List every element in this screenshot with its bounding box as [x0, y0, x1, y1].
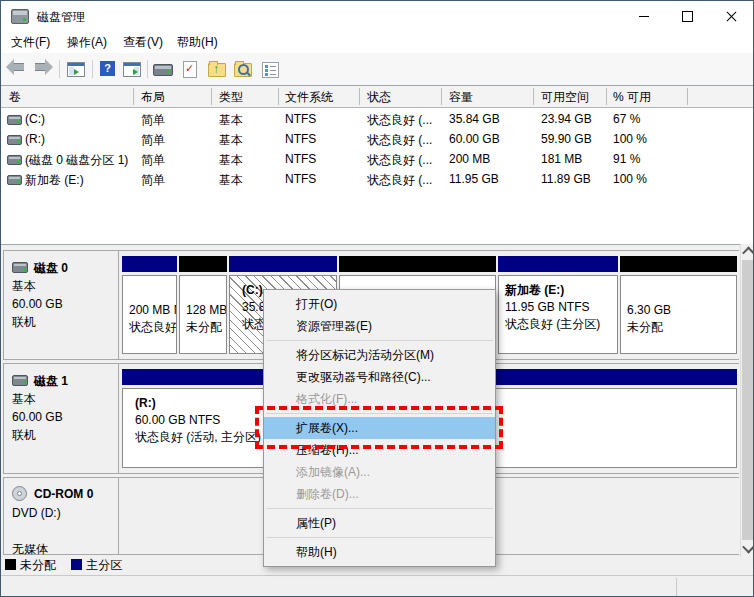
partition-strip-unallocated [620, 256, 737, 272]
show-console-tree-icon[interactable] [66, 59, 86, 79]
column-capacity[interactable]: 容量 [449, 89, 473, 106]
cell-status: 状态良好 (... [367, 112, 432, 129]
disk-1-header[interactable]: 磁盘 1 基本 60.00 GB 联机 [4, 364, 119, 473]
scroll-down-button[interactable] [741, 541, 754, 556]
menu-item-help[interactable]: 帮助(H) [264, 541, 495, 563]
window-title: 磁盘管理 [37, 9, 85, 26]
menu-help[interactable]: 帮助(H) [173, 33, 222, 51]
column-layout[interactable]: 布局 [141, 89, 165, 106]
volume-list-header: 卷 布局 类型 文件系统 状态 容量 可用空间 % 可用 [1, 86, 753, 108]
disk-icon [12, 262, 28, 273]
cell-type: 基本 [219, 172, 243, 189]
cell-capacity: 60.00 GB [449, 132, 500, 146]
menu-action[interactable]: 操作(A) [63, 33, 111, 51]
cell-volume: (C:) [25, 112, 45, 126]
disk-device-icon[interactable] [153, 59, 173, 79]
disk-management-window: 磁盘管理 文件(F) 操作(A) 查看(V) 帮助(H) ↑ 卷 布局 类型 文… [0, 0, 754, 597]
partition-label: 6.30 GB [627, 302, 736, 319]
chevron-up-icon [742, 247, 754, 260]
disk-1-status: 联机 [12, 426, 118, 444]
menu-item-mark-active[interactable]: 将分区标记为活动分区(M) [264, 344, 495, 366]
cell-fs: NTFS [285, 112, 316, 126]
legend-primary-swatch [71, 559, 82, 570]
partition-128mb-unallocated[interactable]: 128 MB 未分配 [179, 275, 227, 354]
title-bar: 磁盘管理 [1, 1, 753, 31]
app-icon [11, 9, 29, 24]
menu-item-delete-volume: 删除卷(D)... [264, 483, 495, 505]
column-type[interactable]: 类型 [219, 89, 243, 106]
scroll-up-button[interactable] [741, 244, 754, 259]
cell-pct: 100 % [613, 132, 647, 146]
cell-capacity: 200 MB [449, 152, 490, 166]
disk-0-status: 联机 [12, 313, 118, 331]
cell-fs: NTFS [285, 132, 316, 146]
vertical-scrollbar[interactable] [740, 244, 754, 557]
minimize-button[interactable] [621, 1, 666, 31]
cell-layout: 简单 [141, 112, 165, 129]
help-icon[interactable] [98, 59, 118, 79]
menu-separator [266, 508, 493, 509]
forward-icon[interactable] [33, 59, 53, 79]
menu-item-explorer[interactable]: 资源管理器(E) [264, 315, 495, 337]
table-row[interactable]: (R:) 简单 基本 NTFS 状态良好 (... 60.00 GB 59.90… [1, 129, 753, 149]
checklist-icon[interactable] [260, 59, 280, 79]
disk-icon [12, 375, 28, 386]
volume-icon [7, 155, 22, 165]
folder-up-icon[interactable]: ↑ [207, 59, 227, 79]
partition-status: 状态良好 [129, 319, 176, 336]
folder-search-icon[interactable] [233, 59, 253, 79]
cdrom-drive: DVD (D:) [12, 504, 118, 522]
partition-strip-primary [498, 256, 618, 272]
menu-view[interactable]: 查看(V) [119, 33, 167, 51]
disk-0-name: 磁盘 0 [34, 260, 68, 277]
cell-capacity: 35.84 GB [449, 112, 500, 126]
column-free[interactable]: 可用空间 [541, 89, 589, 106]
partition-label: 128 MB [186, 302, 226, 319]
cell-layout: 简单 [141, 132, 165, 149]
menu-item-change-letter[interactable]: 更改驱动器号和路径(C)... [264, 366, 495, 388]
partition-200mb[interactable]: 200 MB NTFS 状态良好 [122, 275, 177, 354]
chevron-down-icon [742, 541, 754, 554]
menu-item-properties[interactable]: 属性(P) [264, 512, 495, 534]
cdrom-header[interactable]: CD-ROM 0 DVD (D:) 无媒体 [4, 478, 119, 554]
back-icon[interactable] [7, 59, 27, 79]
cdrom-name: CD-ROM 0 [34, 487, 93, 501]
cell-type: 基本 [219, 152, 243, 169]
cell-pct: 100 % [613, 172, 647, 186]
partition-630gb-unallocated[interactable]: 6.30 GB 未分配 [620, 275, 737, 354]
cell-free: 59.90 GB [541, 132, 592, 146]
show-action-pane-icon[interactable] [122, 59, 142, 79]
scrollbar-thumb[interactable] [742, 260, 754, 540]
table-row[interactable]: 新加卷 (E:) 简单 基本 NTFS 状态良好 (... 11.95 GB 1… [1, 169, 753, 189]
partition-size: 11.95 GB NTFS [505, 299, 617, 316]
column-volume[interactable]: 卷 [9, 89, 21, 106]
column-pct[interactable]: % 可用 [613, 89, 651, 106]
table-row[interactable]: (磁盘 0 磁盘分区 1) 简单 基本 NTFS 状态良好 (... 200 M… [1, 149, 753, 169]
maximize-icon [682, 11, 693, 22]
cell-type: 基本 [219, 132, 243, 149]
cell-free: 181 MB [541, 152, 582, 166]
toolbar-separator [59, 60, 60, 78]
cell-status: 状态良好 (... [367, 172, 432, 189]
status-bar-divider [676, 578, 677, 596]
menu-file[interactable]: 文件(F) [7, 33, 54, 51]
column-status[interactable]: 状态 [367, 89, 391, 106]
disk-0-size: 60.00 GB [12, 295, 118, 313]
partition-e[interactable]: 新加卷 (E:) 11.95 GB NTFS 状态良好 (主分区) [498, 275, 618, 354]
check-document-icon[interactable] [180, 59, 200, 79]
maximize-button[interactable] [665, 1, 710, 31]
column-fs[interactable]: 文件系统 [285, 89, 333, 106]
cell-volume: 新加卷 (E:) [25, 172, 84, 189]
menu-item-open[interactable]: 打开(O) [264, 293, 495, 315]
partition-label: 200 MB NTFS [129, 302, 176, 319]
menu-separator [266, 340, 493, 341]
table-row[interactable]: (C:) 简单 基本 NTFS 状态良好 (... 35.84 GB 23.94… [1, 109, 753, 129]
legend-primary-label: 主分区 [86, 558, 122, 572]
cell-volume: (磁盘 0 磁盘分区 1) [25, 152, 128, 169]
cell-capacity: 11.95 GB [449, 172, 499, 186]
disk-1-type: 基本 [12, 390, 118, 408]
menu-separator [266, 537, 493, 538]
cell-status: 状态良好 (... [367, 152, 432, 169]
disk-0-header[interactable]: 磁盘 0 基本 60.00 GB 联机 [4, 251, 119, 359]
close-button[interactable] [709, 1, 754, 31]
